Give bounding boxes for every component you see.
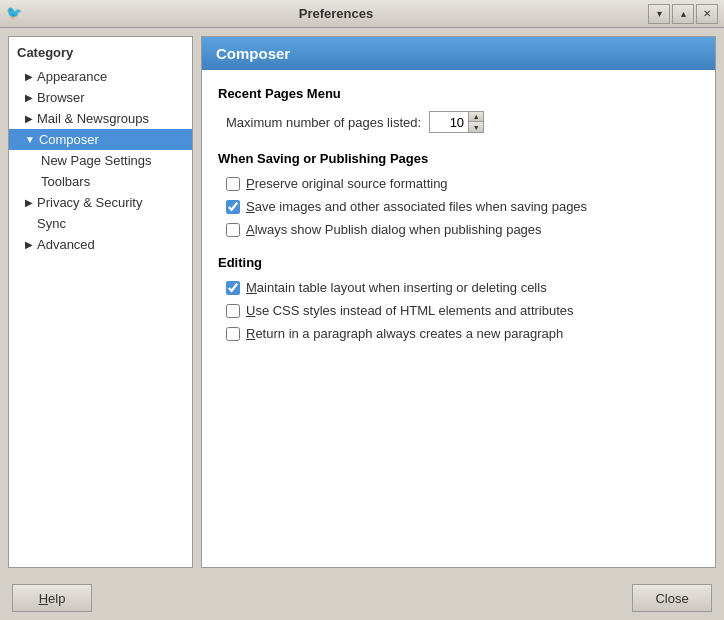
sidebar-header: Category (9, 41, 192, 66)
maintain-table-label[interactable]: Maintain table layout when inserting or … (246, 280, 547, 295)
preserve-source-row: Preserve original source formatting (218, 176, 699, 191)
arrow-icon: ▶ (25, 113, 33, 124)
when-saving-section: When Saving or Publishing Pages Preserve… (218, 151, 699, 237)
maintain-table-row: Maintain table layout when inserting or … (218, 280, 699, 295)
sidebar-item-label: Composer (39, 132, 99, 147)
recent-pages-section: Recent Pages Menu Maximum number of page… (218, 86, 699, 133)
close-window-button[interactable]: ✕ (696, 4, 718, 24)
editing-title: Editing (218, 255, 699, 270)
sidebar-item-mail-newsgroups[interactable]: ▶ Mail & Newsgroups (9, 108, 192, 129)
sidebar-item-label: Toolbars (41, 174, 90, 189)
max-pages-label: Maximum number of pages listed: (226, 115, 421, 130)
content-area: Composer Recent Pages Menu Maximum numbe… (201, 36, 716, 568)
max-pages-row: Maximum number of pages listed: ▲ ▼ (218, 111, 699, 133)
return-paragraph-row: Return in a paragraph always creates a n… (218, 326, 699, 341)
always-show-publish-row: Always show Publish dialog when publishi… (218, 222, 699, 237)
editing-section: Editing Maintain table layout when inser… (218, 255, 699, 341)
main-layout: Category ▶ Appearance ▶ Browser ▶ Mail &… (0, 28, 724, 576)
sidebar-item-label: Browser (37, 90, 85, 105)
max-pages-input[interactable] (429, 111, 469, 133)
use-css-checkbox[interactable] (226, 304, 240, 318)
arrow-icon: ▼ (25, 134, 35, 145)
preserve-source-checkbox[interactable] (226, 177, 240, 191)
sidebar-item-composer[interactable]: ▼ Composer (9, 129, 192, 150)
sidebar-item-label: Advanced (37, 237, 95, 252)
spinbox-buttons: ▲ ▼ (469, 111, 484, 133)
always-show-publish-label[interactable]: Always show Publish dialog when publishi… (246, 222, 542, 237)
minimize-button[interactable]: ▾ (648, 4, 670, 24)
use-css-label[interactable]: Use CSS styles instead of HTML elements … (246, 303, 574, 318)
return-paragraph-checkbox[interactable] (226, 327, 240, 341)
return-paragraph-label[interactable]: Return in a paragraph always creates a n… (246, 326, 563, 341)
app-icon: 🐦 (6, 5, 24, 23)
sidebar-item-label: Mail & Newsgroups (37, 111, 149, 126)
arrow-icon: ▶ (25, 71, 33, 82)
maximize-button[interactable]: ▴ (672, 4, 694, 24)
content-body: Recent Pages Menu Maximum number of page… (202, 70, 715, 567)
always-show-publish-checkbox[interactable] (226, 223, 240, 237)
sidebar: Category ▶ Appearance ▶ Browser ▶ Mail &… (8, 36, 193, 568)
sidebar-item-privacy-security[interactable]: ▶ Privacy & Security (9, 192, 192, 213)
spin-down-button[interactable]: ▼ (469, 122, 483, 132)
help-button[interactable]: Help (12, 584, 92, 612)
titlebar: 🐦 Preferences ▾ ▴ ✕ (0, 0, 724, 28)
sidebar-item-new-page-settings[interactable]: New Page Settings (9, 150, 192, 171)
window-title: Preferences (24, 6, 648, 21)
spin-up-button[interactable]: ▲ (469, 112, 483, 122)
save-images-label[interactable]: Save images and other associated files w… (246, 199, 587, 214)
arrow-icon: ▶ (25, 92, 33, 103)
sidebar-item-label: Appearance (37, 69, 107, 84)
spinbox-container: ▲ ▼ (429, 111, 484, 133)
sidebar-item-label: New Page Settings (41, 153, 152, 168)
maintain-table-checkbox[interactable] (226, 281, 240, 295)
sidebar-item-browser[interactable]: ▶ Browser (9, 87, 192, 108)
footer: Help Close (0, 576, 724, 620)
sidebar-item-sync[interactable]: ▶ Sync (9, 213, 192, 234)
save-images-checkbox[interactable] (226, 200, 240, 214)
when-saving-title: When Saving or Publishing Pages (218, 151, 699, 166)
sidebar-item-toolbars[interactable]: Toolbars (9, 171, 192, 192)
arrow-icon: ▶ (25, 239, 33, 250)
content-header: Composer (202, 37, 715, 70)
preserve-source-label[interactable]: Preserve original source formatting (246, 176, 448, 191)
save-images-row: Save images and other associated files w… (218, 199, 699, 214)
sidebar-item-advanced[interactable]: ▶ Advanced (9, 234, 192, 255)
sidebar-item-label: Sync (37, 216, 66, 231)
use-css-row: Use CSS styles instead of HTML elements … (218, 303, 699, 318)
close-button[interactable]: Close (632, 584, 712, 612)
sidebar-item-label: Privacy & Security (37, 195, 142, 210)
arrow-icon: ▶ (25, 197, 33, 208)
sidebar-item-appearance[interactable]: ▶ Appearance (9, 66, 192, 87)
recent-pages-title: Recent Pages Menu (218, 86, 699, 101)
window-controls: ▾ ▴ ✕ (648, 4, 718, 24)
